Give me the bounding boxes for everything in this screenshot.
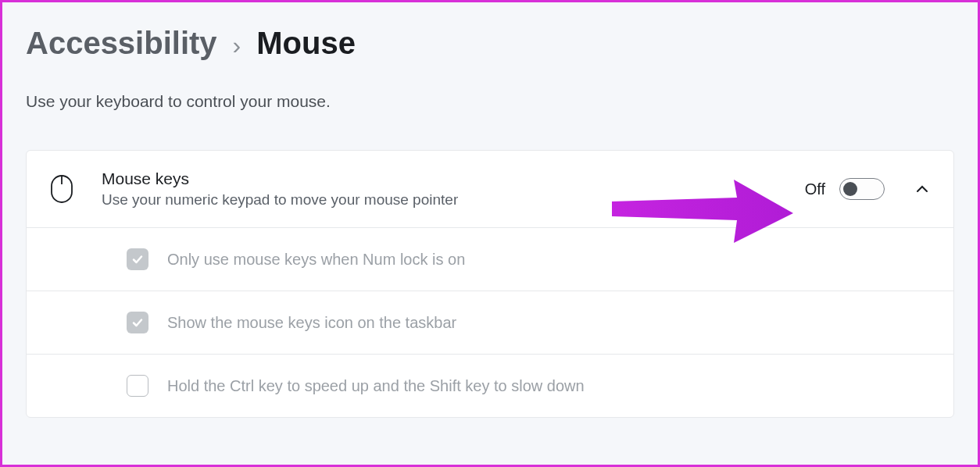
mouse-keys-card: Mouse keys Use your numeric keypad to mo… bbox=[26, 150, 954, 418]
checkbox-taskbar-icon[interactable] bbox=[127, 312, 148, 333]
option-ctrl-shift: Hold the Ctrl key to speed up and the Sh… bbox=[27, 355, 953, 417]
breadcrumb-current: Mouse bbox=[256, 26, 356, 61]
option-numlock: Only use mouse keys when Num lock is on bbox=[27, 228, 953, 291]
option-label: Only use mouse keys when Num lock is on bbox=[167, 251, 465, 269]
mouse-keys-title: Mouse keys bbox=[102, 169, 805, 188]
page-subtitle: Use your keyboard to control your mouse. bbox=[26, 92, 954, 111]
mouse-keys-toggle[interactable] bbox=[839, 178, 885, 200]
option-label: Hold the Ctrl key to speed up and the Sh… bbox=[167, 377, 585, 395]
mouse-keys-toggle-label: Off bbox=[805, 180, 825, 198]
mouse-keys-description: Use your numeric keypad to move your mou… bbox=[102, 191, 805, 209]
breadcrumb-parent-link[interactable]: Accessibility bbox=[26, 26, 217, 61]
option-label: Show the mouse keys icon on the taskbar bbox=[167, 314, 456, 332]
checkbox-ctrl-shift[interactable] bbox=[127, 375, 148, 397]
option-taskbar-icon: Show the mouse keys icon on the taskbar bbox=[27, 291, 953, 355]
chevron-right-icon: › bbox=[233, 31, 241, 60]
mouse-icon bbox=[50, 174, 73, 204]
breadcrumb: Accessibility › Mouse bbox=[26, 26, 954, 61]
chevron-up-icon[interactable] bbox=[914, 181, 930, 197]
mouse-keys-header[interactable]: Mouse keys Use your numeric keypad to mo… bbox=[27, 151, 953, 228]
checkbox-numlock[interactable] bbox=[127, 248, 148, 270]
